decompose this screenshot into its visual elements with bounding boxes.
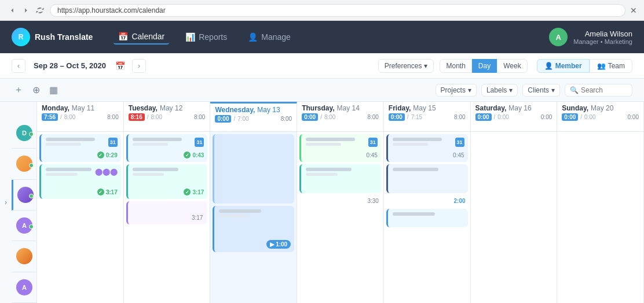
nav-calendar[interactable]: 📅 Calendar <box>114 29 169 45</box>
day-header-tuesday: Tuesday, May 12 8:16 / 8:00 8:00 <box>124 102 211 131</box>
thursday-date: May 14 <box>337 104 360 112</box>
nav-manage[interactable]: 👤 Manage <box>243 30 295 44</box>
monday-column: 31 ✓ 0:29 ⬤⬤⬤ 3:17 ✓ 3:17 <box>37 132 124 303</box>
clients-filter-label: Clients <box>528 86 549 94</box>
close-button[interactable]: ✕ <box>630 6 637 15</box>
wednesday-entry-2[interactable]: ▶ 1:00 <box>213 206 294 252</box>
app-header: R Rush Translate 📅 Calendar 📊 Reports 👤 … <box>0 21 644 53</box>
sunday-column <box>557 132 644 303</box>
avatar-item-6[interactable]: A <box>12 272 37 303</box>
entry-line <box>46 143 81 146</box>
friday-entry-1[interactable]: 31 0:45 <box>386 134 468 162</box>
entry-line <box>219 215 247 217</box>
tuesday-date: May 12 <box>160 104 182 112</box>
wednesday-column: ▶ 1:00 <box>210 132 297 303</box>
friday-time-2: 2:00 <box>384 195 470 206</box>
friday-entry-2[interactable] <box>386 164 468 193</box>
avatar-item-3[interactable] <box>12 180 37 210</box>
avatar-item-2[interactable] <box>12 149 37 179</box>
prev-week-button[interactable]: ‹ <box>12 59 25 73</box>
day-rows: 31 ✓ 0:29 ⬤⬤⬤ 3:17 ✓ 3:17 <box>37 132 644 303</box>
monday-check-2: ✓ 3:17 <box>97 189 118 195</box>
chevron-down-icon: ▾ <box>509 86 513 94</box>
brand: R Rush Translate <box>12 28 93 46</box>
scroll-left-button[interactable]: › <box>0 102 12 303</box>
saturday-stats: 0:00 / 0:00 0:00 <box>475 113 552 121</box>
timer-button[interactable]: ⊕ <box>30 82 42 98</box>
monday-time-label-2: 3:17 <box>106 189 118 195</box>
sunday-date: May 20 <box>591 104 613 112</box>
entry-line <box>219 209 261 213</box>
entry-line <box>46 138 95 141</box>
nav-reports[interactable]: 📊 Reports <box>181 30 232 44</box>
monday-stats: 7:56 / 8:00 8:00 <box>42 113 119 121</box>
month-view-button[interactable]: Month <box>440 59 471 73</box>
entry-line <box>306 168 352 171</box>
friday-entry-3[interactable] <box>386 209 468 227</box>
projects-filter-button[interactable]: Projects ▾ <box>436 84 477 97</box>
thursday-entry-2[interactable] <box>299 164 381 193</box>
address-bar[interactable]: https://app.hourstack.com/calendar <box>50 4 625 17</box>
chevron-down-icon: ▾ <box>424 62 427 70</box>
next-week-button[interactable]: › <box>132 59 146 73</box>
avatar-column: D A A <box>12 102 37 303</box>
thursday-entry-1[interactable]: 31 0:45 <box>299 134 381 162</box>
thursday-stats: 0:00 / 8:00 8:00 <box>302 113 379 121</box>
manage-icon: 👤 <box>248 32 258 42</box>
entry-line <box>133 168 178 171</box>
tuesday-time-3: 3:17 <box>192 215 203 221</box>
user-avatar: A <box>549 28 568 46</box>
friday-badge: 0:00 <box>389 113 405 121</box>
search-box[interactable]: 🔍 <box>565 84 632 97</box>
search-input[interactable] <box>581 86 627 94</box>
tuesday-entry-2[interactable]: ✓ 3:17 <box>126 164 208 199</box>
add-entry-button[interactable]: ＋ <box>12 82 25 98</box>
avatar-item-4[interactable]: A <box>12 210 37 241</box>
friday-time-1: 0:45 <box>453 152 464 158</box>
avatar-item-5[interactable] <box>12 241 37 272</box>
labels-filter-label: Labels <box>486 86 507 94</box>
day-header-friday: Friday, May 15 0:00 / 7:15 8:00 <box>384 102 471 131</box>
status-dot-2 <box>29 163 34 168</box>
nav-manage-label: Manage <box>261 32 291 42</box>
avatar-a-2: A <box>16 279 32 295</box>
team-button[interactable]: 👥 Team <box>590 59 632 73</box>
labels-filter-button[interactable]: Labels ▾ <box>481 84 518 97</box>
monday-name: Monday, <box>42 104 69 112</box>
avatar-item-1[interactable]: D <box>12 118 37 149</box>
forward-button[interactable] <box>21 5 31 16</box>
wednesday-name: Wednesday, <box>215 106 255 114</box>
saturday-name: Saturday, <box>475 104 507 112</box>
wednesday-entry-1[interactable] <box>213 134 294 204</box>
day-view-button[interactable]: Day <box>472 59 497 73</box>
week-view-button[interactable]: Week <box>497 59 527 73</box>
saturday-column <box>471 132 558 303</box>
member-button[interactable]: 👤 Member <box>537 59 590 73</box>
team-label: Team <box>608 62 625 70</box>
grid-button[interactable]: ▦ <box>47 82 60 98</box>
tuesday-entry-3[interactable]: 3:17 <box>126 201 208 224</box>
tuesday-time-label: 0:43 <box>192 152 204 158</box>
monday-entry-2[interactable]: ⬤⬤⬤ 3:17 ✓ 3:17 <box>39 164 121 199</box>
saturday-date: May 16 <box>508 104 531 112</box>
team-icon: 👥 <box>597 62 606 70</box>
entry-badge: 31 <box>108 138 118 147</box>
monday-entry-1[interactable]: 31 ✓ 0:29 <box>39 134 121 162</box>
sunday-badge: 0:00 <box>562 113 578 121</box>
tuesday-entry-1[interactable]: 31 ✓ 0:43 <box>126 134 208 162</box>
day-headers: Monday, May 11 7:56 / 8:00 8:00 Tuesday,… <box>37 102 644 132</box>
back-button[interactable] <box>7 5 17 16</box>
tuesday-name: Tuesday, <box>129 104 158 112</box>
entry-line <box>306 143 341 146</box>
entry-line <box>306 138 355 141</box>
action-toolbar: ＋ ⊕ ▦ Projects ▾ Labels ▾ Clients ▾ 🔍 <box>0 79 644 102</box>
calendar-picker-button[interactable]: 📅 <box>114 60 126 72</box>
reports-icon: 📊 <box>185 32 195 42</box>
brand-name: Rush Translate <box>35 32 93 42</box>
check-icon: ✓ <box>184 152 191 158</box>
refresh-button[interactable] <box>35 5 45 16</box>
sunday-name: Sunday, <box>562 104 588 112</box>
clients-filter-button[interactable]: Clients ▾ <box>522 84 560 97</box>
preferences-button[interactable]: Preferences ▾ <box>378 59 434 73</box>
status-dot-3 <box>29 194 34 198</box>
